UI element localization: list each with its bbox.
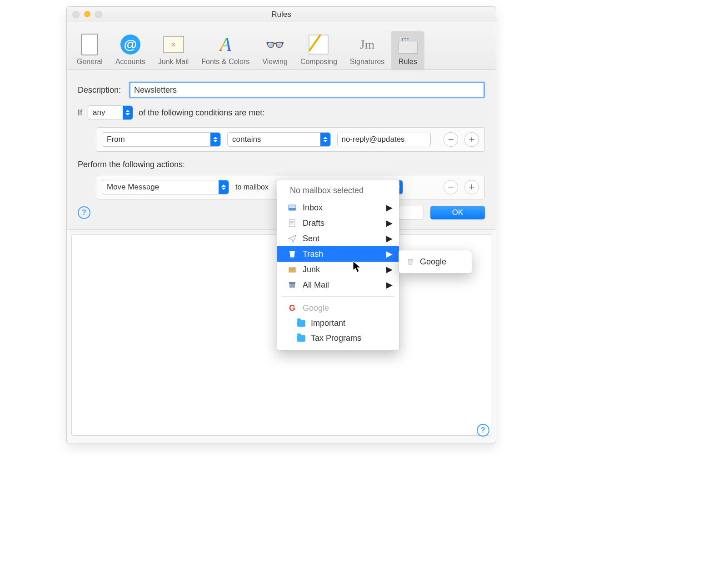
tab-viewing[interactable]: 👓 Viewing [256,31,294,70]
condition-row: From contains − + [96,127,485,152]
minimize-window-button[interactable] [84,11,90,17]
stepper-icon [320,133,330,146]
menu-item-sent[interactable]: Sent ▶ [277,231,399,246]
if-label: If [78,108,82,118]
tab-signatures[interactable]: Jm Signatures [344,31,391,70]
sent-icon [287,234,297,244]
condition-field-select[interactable]: From [102,132,221,147]
submenu-item-google[interactable]: Google [399,253,472,270]
chevron-right-icon: ▶ [386,264,393,274]
chevron-right-icon: ▶ [386,249,393,259]
chevron-right-icon: ▶ [386,280,393,290]
menu-account-header: G Google [277,300,399,316]
actions-label: Perform the following actions: [78,160,485,169]
menu-item-inbox[interactable]: Inbox ▶ [277,200,399,215]
menu-item-trash[interactable]: Trash ▶ [277,246,399,262]
rules-icon: ↑↑↑ [397,34,418,55]
remove-action-button[interactable]: − [444,180,458,194]
remove-condition-button[interactable]: − [444,132,458,147]
mailbox-popup-menu: No mailbox selected Inbox ▶ Drafts ▶ Sen… [277,179,399,351]
svg-rect-3 [289,251,295,252]
tab-label: Viewing [262,58,288,66]
condition-op-select[interactable]: contains [227,132,331,147]
submenu-item-label: Google [420,257,446,267]
menu-item-label: Trash [303,249,323,259]
fonts-icon: A [215,34,236,55]
tab-label: Fonts & Colors [201,58,249,66]
trash-submenu: Google [399,250,472,274]
signature-icon: Jm [357,34,378,55]
chevron-right-icon: ▶ [386,218,393,228]
svg-rect-2 [289,219,295,227]
trash-icon [405,257,415,267]
tab-label: Composing [300,58,337,66]
add-action-button[interactable]: + [464,180,479,194]
viewing-icon: 👓 [264,34,285,55]
trash-icon [287,249,297,259]
window-controls [72,11,102,18]
chevron-right-icon: ▶ [386,234,393,244]
sheet-help-button[interactable]: ? [78,206,90,219]
window-help-button[interactable]: ? [477,424,489,437]
menu-item-label: Tax Programs [311,333,361,343]
junk-icon [287,264,297,274]
archive-icon [287,280,297,290]
menu-item-important[interactable]: Important [277,316,399,331]
condition-field-value: From [107,135,125,144]
ok-label: OK [452,208,464,217]
tab-accounts[interactable]: @ Accounts [109,31,152,70]
junk-icon [163,34,184,55]
tab-junk-mail[interactable]: Junk Mail [152,31,195,70]
action-middle-label: to mailbox [235,183,269,191]
tab-fonts-colors[interactable]: A Fonts & Colors [195,31,256,70]
condition-op-value: contains [232,135,261,144]
tab-label: Rules [399,58,417,66]
if-tail-label: of the following conditions are met: [139,108,264,118]
titlebar: Rules [67,7,496,22]
ok-button[interactable]: OK [430,206,485,219]
action-type-select[interactable]: Move Message [102,180,229,194]
inbox-icon [287,203,297,213]
tab-label: Signatures [350,58,385,66]
menu-item-drafts[interactable]: Drafts ▶ [277,215,399,231]
menu-item-label: All Mail [303,280,329,290]
tab-label: Junk Mail [158,58,189,66]
menu-item-label: Important [311,318,345,328]
folder-icon [297,320,305,327]
preferences-toolbar: General @ Accounts Junk Mail A Fonts & C… [67,22,496,70]
compose-icon [308,34,329,55]
menu-item-label: Sent [303,234,319,244]
google-icon: G [287,303,297,313]
stepper-icon [219,180,229,194]
svg-rect-7 [408,259,413,260]
svg-rect-5 [289,282,295,284]
tab-composing[interactable]: Composing [294,31,344,70]
match-mode-value: any [93,108,105,117]
tab-rules[interactable]: ↑↑↑ Rules [391,31,424,70]
description-label: Description: [78,85,121,95]
chevron-right-icon: ▶ [386,203,393,213]
blank-area [545,0,728,567]
window-title: Rules [67,7,496,22]
folder-icon [297,335,305,342]
popup-header: No mailbox selected [277,183,399,200]
match-mode-select[interactable]: any [88,105,133,120]
condition-value-input[interactable] [337,133,431,146]
svg-rect-6 [289,284,295,288]
tab-label: General [77,58,103,66]
account-label: Google [303,303,329,313]
menu-item-label: Drafts [303,219,324,228]
drafts-icon [287,218,297,228]
menu-item-all-mail[interactable]: All Mail ▶ [277,277,399,293]
menu-item-tax-programs[interactable]: Tax Programs [277,331,399,346]
tab-general[interactable]: General [70,31,109,70]
general-icon [79,34,100,55]
menu-separator [282,296,394,297]
zoom-window-button[interactable] [95,11,102,18]
add-condition-button[interactable]: + [464,132,479,147]
stepper-icon [210,133,220,146]
close-window-button[interactable] [72,11,80,18]
menu-item-label: Junk [303,265,320,274]
menu-item-junk[interactable]: Junk ▶ [277,262,399,277]
description-input[interactable] [129,82,485,98]
